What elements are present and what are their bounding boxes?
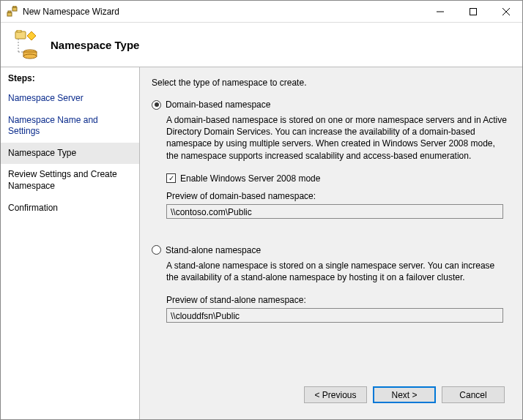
- steps-heading: Steps:: [1, 70, 139, 88]
- window-title: New Namespace Wizard: [23, 7, 423, 17]
- radio-standalone-icon: [152, 245, 161, 255]
- option-standalone-label: Stand-alone namespace: [166, 245, 261, 255]
- steps-sidebar: Steps: Namespace Server Namespace Name a…: [1, 67, 140, 419]
- checkbox-ws2008-label: Enable Windows Server 2008 mode: [180, 173, 320, 184]
- svg-rect-9: [17, 30, 21, 32]
- svg-marker-10: [27, 31, 36, 40]
- checkbox-ws2008-mode[interactable]: Enable Windows Server 2008 mode: [166, 173, 508, 184]
- step-review[interactable]: Review Settings and Create Namespace: [1, 164, 139, 197]
- radio-domain-based-icon: [152, 100, 161, 110]
- cancel-button[interactable]: Cancel: [442, 386, 505, 403]
- close-button[interactable]: [489, 1, 522, 22]
- page-title: Namespace Type: [51, 39, 139, 51]
- option-domain-based-label: Domain-based namespace: [166, 100, 270, 110]
- next-button[interactable]: Next >: [373, 386, 436, 403]
- minimize-button[interactable]: [423, 1, 456, 22]
- svg-point-15: [23, 54, 37, 59]
- step-namespace-server[interactable]: Namespace Server: [1, 88, 139, 110]
- svg-rect-0: [7, 12, 12, 16]
- svg-rect-3: [13, 6, 16, 7]
- step-namespace-type[interactable]: Namespace Type: [1, 143, 139, 165]
- instruction-text: Select the type of namespace to create.: [152, 78, 508, 88]
- preview-domain-label: Preview of domain-based namespace:: [166, 191, 508, 201]
- content-area: Select the type of namespace to create. …: [140, 67, 522, 419]
- wizard-header: Namespace Type: [1, 23, 522, 67]
- svg-rect-5: [470, 8, 476, 15]
- preview-domain-value: \\contoso.com\Public: [166, 204, 503, 219]
- preview-standalone-value: \\clouddfsn\Public: [166, 308, 503, 323]
- wizard-window: New Namespace Wizard: [0, 0, 523, 420]
- maximize-button[interactable]: [456, 1, 489, 22]
- preview-standalone-label: Preview of stand-alone namespace:: [166, 295, 508, 305]
- button-bar: < Previous Next > Cancel: [152, 379, 508, 412]
- option-standalone-desc: A stand-alone namespace is stored on a s…: [166, 260, 508, 283]
- previous-button[interactable]: < Previous: [304, 386, 367, 403]
- option-domain-based[interactable]: Domain-based namespace: [152, 100, 508, 110]
- svg-rect-2: [12, 7, 17, 11]
- option-domain-based-desc: A domain-based namespace is stored on on…: [166, 114, 508, 162]
- option-standalone[interactable]: Stand-alone namespace: [152, 245, 508, 255]
- app-icon: [7, 6, 18, 18]
- step-namespace-name[interactable]: Namespace Name and Settings: [1, 110, 139, 143]
- titlebar: New Namespace Wizard: [1, 1, 522, 23]
- checkbox-ws2008-icon: [166, 173, 176, 183]
- namespace-icon: [11, 30, 40, 59]
- svg-rect-1: [8, 11, 11, 12]
- step-confirmation[interactable]: Confirmation: [1, 198, 139, 220]
